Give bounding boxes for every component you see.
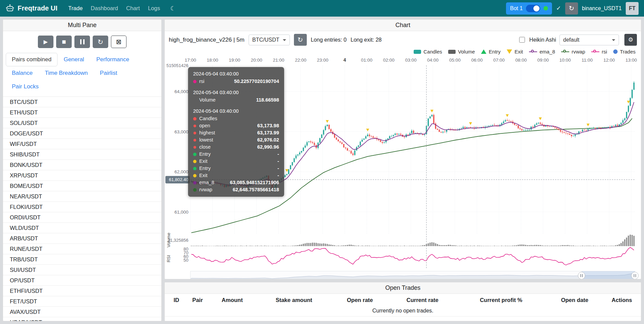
pair-select-value: BTC/USDT — [252, 37, 279, 43]
reload-bot-button[interactable]: ↻ — [565, 2, 578, 15]
pair-list-item[interactable]: RUNE/USDT — [3, 244, 161, 254]
legend-item-rvwap[interactable]: rvwap — [561, 49, 585, 55]
svg-text:09:00: 09:00 — [537, 58, 549, 63]
tab-general[interactable]: General — [58, 53, 90, 66]
pair-list-item[interactable]: TRB/USDT — [3, 254, 161, 265]
series-marker — [193, 80, 197, 83]
strategy-timeframe-label: high_frog_binance_v226 | 5m — [169, 37, 245, 43]
pause-icon — [83, 39, 85, 44]
ema_8-legend-marker — [529, 49, 537, 54]
legend-label: ema_8 — [539, 49, 555, 55]
bot-online-toggle[interactable] — [526, 5, 540, 12]
bot-selector[interactable]: Bot 1 — [506, 2, 552, 15]
pair-list-item[interactable]: ETHFI/USDT — [3, 286, 161, 296]
legend-item-trades[interactable]: Trades — [613, 49, 636, 55]
app-brand[interactable]: Freqtrade UI — [5, 4, 58, 13]
svg-text:17:00: 17:00 — [185, 58, 196, 63]
tooltip-label: highest — [199, 130, 215, 136]
pair-list-item[interactable]: NEAR/USDT — [3, 191, 161, 202]
chart-column: Chart high_frog_binance_v226 | 5m BTC/US… — [164, 19, 641, 321]
legend-item-candles[interactable]: Candles — [414, 49, 442, 55]
play-icon: ▶ — [44, 39, 48, 45]
tooltip-label: Exit — [199, 158, 207, 164]
tab-pairs-combined[interactable]: Pairs combined — [6, 53, 58, 66]
app-title: Freqtrade UI — [18, 4, 58, 12]
forceexit-button[interactable]: ⊠ — [111, 36, 127, 48]
svg-text:18:00: 18:00 — [207, 58, 218, 63]
pair-list-item[interactable]: SUI/USDT — [3, 265, 161, 275]
tooltip-label: open — [199, 123, 210, 129]
pause-bot-button[interactable] — [74, 36, 90, 48]
chart-panel-title: Chart — [165, 20, 641, 31]
chart-refresh-button[interactable]: ↻ — [294, 34, 307, 46]
pair-list-item[interactable]: DOGE/USDT — [3, 128, 161, 139]
svg-text:RSI: RSI — [166, 255, 171, 262]
tooltip-value: 63,173.99 — [254, 130, 279, 136]
legend-item-ema_8[interactable]: ema_8 — [529, 49, 555, 55]
nav-item-trade[interactable]: Trade — [64, 2, 87, 15]
tooltip-value: 63,085.948152171906 — [227, 180, 279, 186]
pair-list-item[interactable]: FLOKI/USDT — [3, 202, 161, 212]
legend-item-exit[interactable]: Exit — [507, 49, 523, 55]
pair-list-item[interactable]: SOL/USDT — [3, 118, 161, 128]
tooltip-label: Exit — [199, 173, 207, 178]
series-marker — [193, 153, 197, 156]
nav-item-dashboard[interactable]: Dashboard — [87, 2, 122, 15]
rvwap-legend-marker — [561, 49, 569, 54]
series-marker — [193, 125, 196, 127]
tab-performance[interactable]: Performance — [90, 53, 135, 66]
svg-text:50: 50 — [184, 258, 188, 263]
column-header-current-rate: Current rate — [385, 297, 460, 303]
pair-list-item[interactable]: BONK/USDT — [3, 160, 161, 170]
chart-legend: CandlesVolumeEntryExitema_8rvwaprsiTrade… — [165, 46, 641, 55]
pair-list-item[interactable]: ORDI/USDT — [3, 212, 161, 223]
nav-item-chart[interactable]: Chart — [122, 2, 144, 15]
pair-list-item[interactable]: BTC/USDT — [3, 97, 161, 107]
pair-list-item[interactable]: WIF/USDT — [3, 139, 161, 149]
pair-list-item[interactable]: WLD/USDT — [3, 223, 161, 233]
open-trades-panel: Open Trades IDPairAmountStake amountOpen… — [164, 282, 641, 321]
multi-pane-tabs: Pairs combinedGeneralPerformanceBalanceT… — [3, 51, 161, 93]
legend-item-volume[interactable]: Volume — [448, 49, 475, 55]
page-content: Multi Pane ▶ ■ ↻ ⊠ Pairs combinedGeneral… — [0, 17, 644, 324]
svg-text:64,000: 64,000 — [175, 89, 188, 94]
start-bot-button[interactable]: ▶ — [38, 36, 53, 48]
pair-list-item[interactable]: AVAX/USDT — [3, 307, 161, 317]
svg-text:Volume: Volume — [166, 233, 171, 247]
user-avatar[interactable]: FT — [626, 2, 639, 15]
chart-body: CandlesVolumeEntryExitema_8rvwaprsiTrade… — [165, 46, 641, 279]
tab-pairlist[interactable]: Pairlist — [94, 66, 123, 80]
pair-list-item[interactable]: FET/USDT — [3, 296, 161, 307]
tab-time-breakdown[interactable]: Time Breakdown — [39, 66, 94, 80]
tooltip-row-rsi: rsi50.22577020190704 — [193, 79, 279, 84]
pair-list-item[interactable]: SHIB/USDT — [3, 149, 161, 160]
plot-settings-button[interactable]: ⚙ — [624, 34, 637, 46]
pair-select[interactable]: BTC/USDT — [249, 35, 290, 45]
series-marker — [193, 132, 196, 134]
nav-item-logs[interactable]: Logs — [144, 2, 164, 15]
legend-item-rsi[interactable]: rsi — [591, 49, 607, 55]
column-header-current-profit-: Current profit % — [460, 297, 543, 303]
pair-list-item[interactable]: OP/USDT — [3, 275, 161, 286]
tooltip-row-rvwap: rvwap62,648.75785661418 — [193, 187, 279, 193]
tab-pair-locks[interactable]: Pair Locks — [6, 80, 45, 93]
stop-bot-button[interactable]: ■ — [56, 36, 72, 48]
plot-config-select[interactable]: default — [559, 35, 619, 45]
pair-list-item[interactable]: ETH/USDT — [3, 107, 161, 118]
theme-toggle[interactable]: ☾ — [166, 2, 180, 15]
legend-item-entry[interactable]: Entry — [481, 49, 501, 55]
refresh-icon: ↻ — [569, 5, 574, 12]
column-header-open-date: Open date — [543, 297, 607, 303]
pair-list-item[interactable]: ARB/USDT — [3, 233, 161, 244]
reload-config-button[interactable]: ↻ — [93, 36, 108, 48]
svg-text:02:00: 02:00 — [383, 58, 395, 63]
pair-list-item[interactable]: XRP/USDT — [3, 170, 161, 181]
freqtrade-logo-icon — [5, 4, 15, 13]
pair-list-item[interactable]: HBAR/USDT — [3, 317, 161, 321]
tooltip-row-close: close62,990.96 — [193, 144, 279, 150]
heikin-ashi-checkbox[interactable] — [519, 37, 525, 43]
tooltip-row-candles: Candles — [193, 116, 279, 122]
tab-balance[interactable]: Balance — [6, 66, 39, 80]
pair-list-item[interactable]: BOME/USDT — [3, 181, 161, 191]
bot-online-dot — [544, 6, 548, 10]
